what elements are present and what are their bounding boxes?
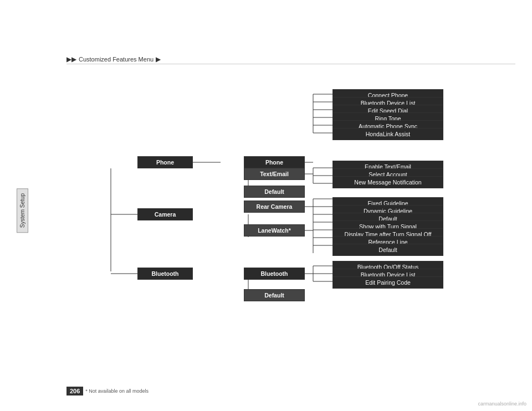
- breadcrumb-text: Customized Features Menu: [79, 56, 154, 63]
- col1-bluetooth-box: Bluetooth: [137, 268, 193, 280]
- breadcrumb: ▶▶ Customized Features Menu ▶: [66, 55, 161, 63]
- col3-edit-pairing-code: Edit Pairing Code: [332, 276, 443, 289]
- breadcrumb-line: [66, 64, 515, 64]
- page-container: ▶▶ Customized Features Menu ▶ System Set…: [0, 0, 532, 411]
- col1-phone-box: Phone: [137, 156, 193, 168]
- col1-camera-box: Camera: [137, 208, 193, 220]
- col2-lanewatch-box: LaneWatch*: [244, 224, 305, 237]
- col3-new-message-notification: New Message Notification: [332, 176, 443, 188]
- col2-default-phone-box: Default: [244, 186, 305, 198]
- col2-phone-box: Phone: [244, 156, 305, 168]
- page-number: 206: [66, 387, 83, 395]
- breadcrumb-arrow-left: ▶▶: [66, 55, 76, 63]
- breadcrumb-arrow-right: ▶: [156, 55, 161, 63]
- footer-note: * Not available on all models: [85, 388, 149, 394]
- col2-default-bluetooth-box: Default: [244, 289, 305, 301]
- watermark: carmanualsonline.info: [478, 401, 526, 407]
- col2-bluetooth-box: Bluetooth: [244, 268, 305, 280]
- col2-textemail-box: Text/Email: [244, 168, 305, 180]
- sidebar-label: System Setup: [17, 188, 28, 233]
- col3-hondalink-assist: HondaLink Assist: [332, 128, 443, 140]
- footer-area: 206 * Not available on all models: [66, 387, 149, 395]
- col3-default-lanewatch: Default: [332, 244, 443, 256]
- col2-rearcamera-box: Rear Camera: [244, 201, 305, 213]
